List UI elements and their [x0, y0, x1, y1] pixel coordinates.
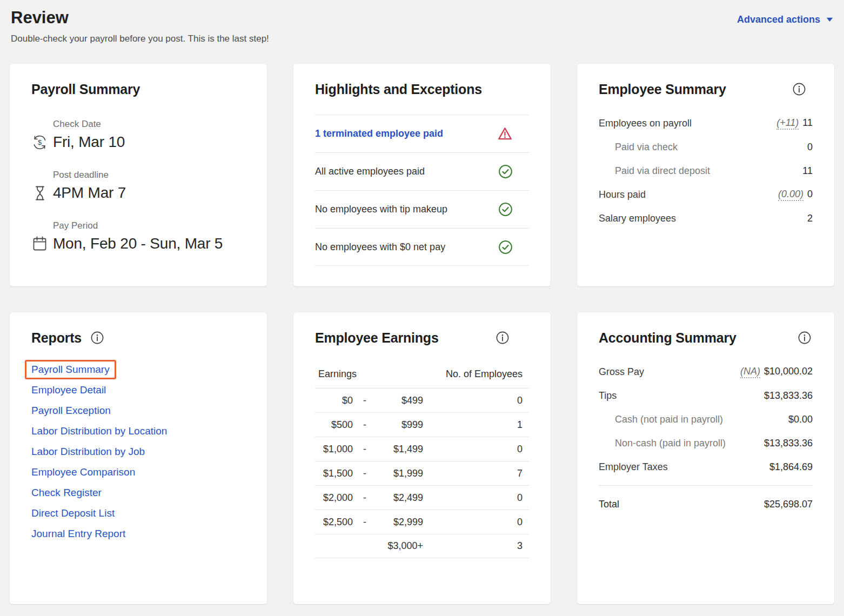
report-link-journal-entry-report[interactable]: Journal Entry Report: [31, 527, 125, 540]
accounting-summary-title-row: Accounting Summary: [599, 330, 813, 346]
check-date-label: Check Date: [31, 118, 245, 130]
accounting-summary-title: Accounting Summary: [599, 330, 736, 346]
earnings-row: $1,500 - $1,999 7: [315, 461, 529, 485]
check-date-item: Check Date $ Fri, Mar 10: [31, 118, 245, 151]
info-icon[interactable]: [798, 331, 812, 345]
highlight-label: No employees with $0 net pay: [315, 242, 445, 253]
employee-summary-card: Employee Summary Employees on payroll (+…: [577, 64, 834, 286]
report-link-direct-deposit-list[interactable]: Direct Deposit List: [31, 507, 115, 520]
highlights-list: 1 terminated employee paid All active em…: [315, 115, 529, 266]
total-divider: [599, 485, 813, 486]
row-label: Hours paid: [599, 189, 646, 200]
highlight-label: No employees with tip makeup: [315, 204, 447, 215]
earnings-row: $0 - $499 0: [315, 388, 529, 412]
row-value: $0.00: [788, 414, 813, 425]
total-row: Total $25,698.07: [599, 492, 813, 516]
delta-annotation[interactable]: (NA): [740, 366, 760, 378]
row-value: $13,833.36: [764, 438, 813, 449]
employee-earnings-title-row: Employee Earnings: [315, 330, 529, 346]
row-label: Cash (not paid in payroll): [599, 414, 723, 425]
delta-annotation[interactable]: (0.00): [778, 189, 803, 201]
report-link-payroll-exception[interactable]: Payroll Exception: [31, 404, 111, 417]
check-date-value-row: $ Fri, Mar 10: [31, 133, 245, 151]
row-label: Tips: [599, 390, 617, 401]
highlight-row-terminated: 1 terminated employee paid: [315, 115, 529, 152]
reports-title-row: Reports: [31, 330, 245, 346]
row-label: Paid via check: [599, 142, 678, 153]
earnings-table: Earnings No. of Employees $0 - $499 0 $5…: [315, 369, 529, 558]
row-value: $13,833.36: [764, 390, 813, 401]
report-links-list: Payroll Summary Employee Detail Payroll …: [31, 363, 245, 540]
delta-annotation[interactable]: (+11): [776, 117, 799, 130]
post-deadline-item: Post deadline 4PM Mar 7: [31, 169, 245, 202]
hourglass-icon: [31, 185, 48, 202]
tips-row: Tips $13,833.36: [599, 384, 813, 407]
advanced-actions-button[interactable]: Advanced actions: [737, 14, 833, 25]
report-link-payroll-summary[interactable]: Payroll Summary: [31, 364, 110, 375]
report-link-labor-distribution-location[interactable]: Labor Distribution by Location: [31, 425, 167, 438]
pay-period-label: Pay Period: [31, 220, 245, 232]
non-cash-tips-row: Non-cash (paid in payroll) $13,833.36: [599, 431, 813, 455]
post-deadline-label: Post deadline: [31, 169, 245, 181]
employee-count: 0: [423, 492, 523, 504]
range-dash: -: [353, 492, 377, 504]
chevron-down-icon: [826, 17, 833, 22]
range-dash: -: [353, 444, 377, 455]
info-icon[interactable]: [792, 82, 806, 96]
employee-count: 0: [423, 444, 523, 455]
paid-via-check-row: Paid via check 0: [599, 135, 813, 159]
employee-summary-title-row: Employee Summary: [599, 81, 813, 97]
gross-pay-row: Gross Pay (NA) $10,000.02: [599, 360, 813, 384]
svg-text:$: $: [38, 138, 42, 146]
post-deadline-value-row: 4PM Mar 7: [31, 184, 245, 202]
range-dash: -: [353, 419, 377, 431]
reports-title: Reports: [31, 330, 82, 346]
active-report-highlight-box: Payroll Summary: [25, 360, 116, 379]
info-icon[interactable]: [90, 331, 104, 345]
info-icon[interactable]: [495, 331, 510, 345]
employee-count-column-header: No. of Employees: [446, 369, 523, 380]
pay-period-item: Pay Period Mon, Feb 20 - Sun, Mar 5: [31, 220, 245, 253]
range-high: $1,999: [377, 468, 423, 479]
payroll-summary-list: Check Date $ Fri, Mar 10: [31, 118, 245, 253]
employer-taxes-row: Employer Taxes $1,864.69: [599, 455, 813, 479]
highlights-exceptions-card: Highlights and Exceptions 1 terminated e…: [293, 64, 551, 286]
earnings-row: $2,000 - $2,499 0: [315, 485, 529, 510]
highlight-label: All active employees paid: [315, 166, 425, 177]
range-high: $3,000+: [377, 540, 423, 552]
report-link-employee-comparison[interactable]: Employee Comparison: [31, 466, 135, 479]
row-label: Paid via direct deposit: [599, 165, 710, 177]
check-circle-icon: [498, 202, 513, 217]
row-value: $10,000.02: [764, 366, 813, 377]
row-label: Salary employees: [599, 213, 676, 224]
earnings-row: $1,000 - $1,499 0: [315, 437, 529, 461]
accounting-summary-list: Gross Pay (NA) $10,000.02 Tips $13,833.3…: [599, 360, 813, 516]
row-label: Employer Taxes: [599, 461, 668, 473]
pay-period-value-row: Mon, Feb 20 - Sun, Mar 5: [31, 235, 245, 253]
cards-grid: Payroll Summary Check Date $: [10, 64, 834, 604]
review-page: Review Double-check your payroll before …: [0, 0, 844, 616]
row-label: Gross Pay: [599, 366, 644, 378]
paid-via-direct-deposit-row: Paid via direct deposit 11: [599, 159, 813, 183]
hours-paid-row: Hours paid (0.00) 0: [599, 183, 813, 206]
report-link-labor-distribution-job[interactable]: Labor Distribution by Job: [31, 445, 145, 458]
row-value: 2: [807, 213, 813, 224]
range-dash: -: [353, 517, 377, 528]
row-value: 0: [807, 189, 813, 200]
report-link-check-register[interactable]: Check Register: [31, 486, 102, 499]
row-label: Employees on payroll: [599, 118, 692, 129]
check-circle-icon: [498, 164, 513, 179]
earnings-row: $500 - $999 1: [315, 412, 529, 437]
row-value-group: (NA) $10,000.02: [740, 366, 813, 378]
range-high: $999: [377, 419, 423, 431]
employee-count: 1: [423, 419, 523, 431]
range-high: $2,999: [377, 517, 423, 528]
range-dash: -: [353, 395, 377, 406]
row-value: $1,864.69: [769, 461, 813, 473]
terminated-employee-paid-link[interactable]: 1 terminated employee paid: [315, 128, 443, 139]
report-link-employee-detail[interactable]: Employee Detail: [31, 384, 106, 397]
highlight-row-zero-net-pay: No employees with $0 net pay: [315, 228, 529, 266]
cash-tips-row: Cash (not paid in payroll) $0.00: [599, 407, 813, 431]
highlight-row-active-paid: All active employees paid: [315, 152, 529, 190]
earnings-column-header: Earnings: [318, 369, 357, 380]
